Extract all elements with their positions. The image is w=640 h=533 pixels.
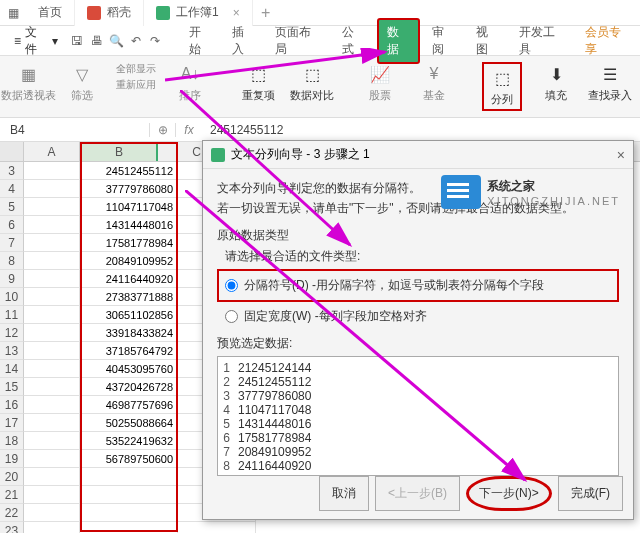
- cell[interactable]: 46987757696: [80, 396, 178, 414]
- cell[interactable]: 43720426728: [80, 378, 178, 396]
- ribbon-tab-dev[interactable]: 开发工具: [511, 20, 574, 62]
- cell[interactable]: [24, 396, 80, 414]
- cell[interactable]: [24, 270, 80, 288]
- tab-home[interactable]: 首页: [26, 0, 75, 26]
- ribbon-stock[interactable]: 📈股票: [360, 62, 400, 103]
- print-icon[interactable]: 🖶: [89, 33, 105, 49]
- redo-icon[interactable]: ↷: [148, 33, 164, 49]
- cell[interactable]: 37779786080: [80, 180, 178, 198]
- ribbon-tab-start[interactable]: 开始: [181, 20, 220, 62]
- cell[interactable]: [24, 288, 80, 306]
- finish-button[interactable]: 完成(F): [558, 476, 623, 511]
- cell[interactable]: [80, 504, 178, 522]
- next-button[interactable]: 下一步(N)>: [466, 476, 552, 511]
- cell[interactable]: 27383771888: [80, 288, 178, 306]
- preview-box[interactable]: 1212451241442245124551123377797860804110…: [217, 356, 619, 476]
- cell[interactable]: [24, 162, 80, 180]
- row-header[interactable]: 21: [0, 486, 24, 504]
- cell[interactable]: [24, 342, 80, 360]
- row-header[interactable]: 5: [0, 198, 24, 216]
- cell[interactable]: [24, 180, 80, 198]
- cell[interactable]: 24116440920: [80, 270, 178, 288]
- cell[interactable]: 14314448016: [80, 216, 178, 234]
- cell[interactable]: [24, 432, 80, 450]
- save-icon[interactable]: 🖫: [70, 33, 86, 49]
- ribbon-label[interactable]: 重新应用: [116, 78, 156, 92]
- cell[interactable]: [24, 414, 80, 432]
- row-header[interactable]: 16: [0, 396, 24, 414]
- cell[interactable]: [24, 234, 80, 252]
- fx-icon[interactable]: fx: [176, 123, 202, 137]
- row-header[interactable]: 23: [0, 522, 24, 533]
- ribbon-fill[interactable]: ⬇填充: [536, 62, 576, 103]
- row-header[interactable]: 12: [0, 324, 24, 342]
- ribbon-pivot[interactable]: ▦数据透视表: [8, 62, 48, 103]
- row-header[interactable]: 9: [0, 270, 24, 288]
- ribbon-fund[interactable]: ¥基金: [414, 62, 454, 103]
- app-menu-icon[interactable]: ▦: [0, 0, 26, 26]
- ribbon-compare[interactable]: ⬚数据对比: [292, 62, 332, 103]
- cancel-button[interactable]: 取消: [319, 476, 369, 511]
- row-header[interactable]: 4: [0, 180, 24, 198]
- option-delimiter[interactable]: 分隔符号(D) -用分隔字符，如逗号或制表符分隔每个字段: [225, 275, 611, 296]
- cell[interactable]: [80, 522, 178, 533]
- dialog-titlebar[interactable]: 文本分列向导 - 3 步骤之 1 ×: [203, 141, 633, 169]
- ribbon-tab-insert[interactable]: 插入: [224, 20, 263, 62]
- cell[interactable]: [24, 360, 80, 378]
- row-header[interactable]: 15: [0, 378, 24, 396]
- ribbon-sort[interactable]: A↓排序: [170, 62, 210, 103]
- cell[interactable]: [24, 450, 80, 468]
- cell[interactable]: 40453095760: [80, 360, 178, 378]
- formula-value[interactable]: 24512455112: [202, 123, 291, 137]
- ribbon-tab-data[interactable]: 数据: [377, 18, 420, 64]
- cell[interactable]: [24, 522, 80, 533]
- cell[interactable]: [24, 216, 80, 234]
- radio-delimiter[interactable]: [225, 279, 238, 292]
- cell[interactable]: 20849109952: [80, 252, 178, 270]
- cell[interactable]: [24, 468, 80, 486]
- file-menu[interactable]: ≡ 文件 ▾: [6, 24, 66, 58]
- cell[interactable]: 56789750600: [80, 450, 178, 468]
- close-icon[interactable]: ×: [233, 6, 240, 20]
- ribbon-tab-review[interactable]: 审阅: [424, 20, 463, 62]
- fn-icon[interactable]: ⊕: [150, 123, 176, 137]
- cell[interactable]: [24, 486, 80, 504]
- name-box[interactable]: B4: [0, 123, 150, 137]
- ribbon-tab-layout[interactable]: 页面布局: [267, 20, 330, 62]
- cell[interactable]: [178, 522, 256, 533]
- row-header[interactable]: 13: [0, 342, 24, 360]
- cell[interactable]: 53522419632: [80, 432, 178, 450]
- row-header[interactable]: 8: [0, 252, 24, 270]
- ribbon-dup[interactable]: ⬚重复项: [238, 62, 278, 103]
- ribbon-label[interactable]: 全部显示: [116, 62, 156, 76]
- ribbon-tab-view[interactable]: 视图: [468, 20, 507, 62]
- row-header[interactable]: 20: [0, 468, 24, 486]
- cell[interactable]: 33918433824: [80, 324, 178, 342]
- ribbon-tab-vip[interactable]: 会员专享: [577, 20, 640, 62]
- undo-icon[interactable]: ↶: [128, 33, 144, 49]
- cell[interactable]: [24, 252, 80, 270]
- close-icon[interactable]: ×: [617, 147, 625, 163]
- cell[interactable]: [24, 378, 80, 396]
- cell[interactable]: 50255088664: [80, 414, 178, 432]
- row-header[interactable]: 17: [0, 414, 24, 432]
- cell[interactable]: [80, 486, 178, 504]
- cell[interactable]: 37185764792: [80, 342, 178, 360]
- row-header[interactable]: 11: [0, 306, 24, 324]
- cell[interactable]: [24, 324, 80, 342]
- ribbon-filter[interactable]: ▽筛选: [62, 62, 102, 103]
- option-fixed[interactable]: 固定宽度(W) -每列字段加空格对齐: [217, 306, 619, 327]
- select-all-corner[interactable]: [0, 142, 24, 161]
- ribbon-split[interactable]: ⬚分列: [482, 62, 522, 111]
- cell[interactable]: 17581778984: [80, 234, 178, 252]
- cell[interactable]: [24, 198, 80, 216]
- cell[interactable]: [80, 468, 178, 486]
- col-header-a[interactable]: A: [24, 142, 80, 161]
- cell[interactable]: [24, 504, 80, 522]
- preview-icon[interactable]: 🔍: [109, 33, 125, 49]
- col-header-b[interactable]: B: [80, 142, 158, 161]
- row-header[interactable]: 14: [0, 360, 24, 378]
- cell[interactable]: 30651102856: [80, 306, 178, 324]
- row-header[interactable]: 6: [0, 216, 24, 234]
- row-header[interactable]: 22: [0, 504, 24, 522]
